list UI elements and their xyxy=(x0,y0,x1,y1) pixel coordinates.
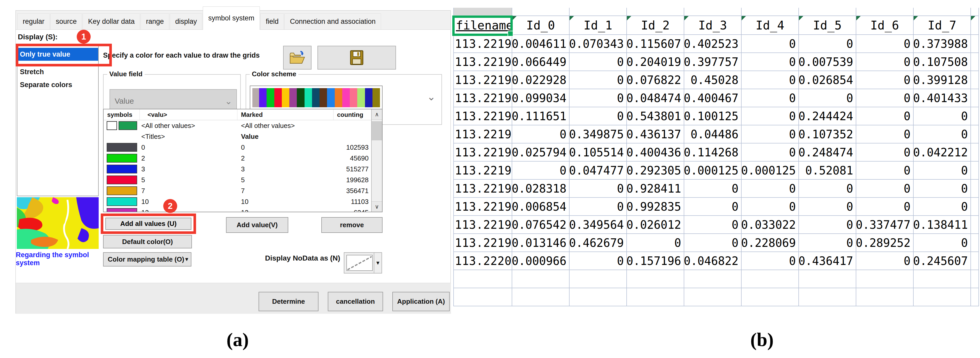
empty-cell[interactable] xyxy=(799,288,856,306)
cell-r2-Id_5[interactable]: 0.007539 xyxy=(799,53,856,71)
cell-r12-Id_0[interactable]: 0.013146 xyxy=(512,234,570,252)
cell-r12-filename[interactable]: 113.22197 xyxy=(453,234,512,252)
column-header-Id_7[interactable]: Id_7 xyxy=(914,16,971,35)
swatch-no-color[interactable] xyxy=(107,121,117,130)
cell-r12-Id_7[interactable]: 0 xyxy=(914,234,971,252)
symbol-row-0[interactable]: 00102593 xyxy=(103,142,372,153)
empty-cell[interactable] xyxy=(570,270,627,288)
cell-r4-Id_1[interactable]: 0 xyxy=(570,89,627,107)
cell-r10-Id_3[interactable]: 0 xyxy=(684,198,741,216)
determine-button[interactable]: Determine xyxy=(259,292,318,311)
cell-r5-Id_1[interactable]: 0 xyxy=(570,107,627,125)
cell-r3-Id_4[interactable]: 0 xyxy=(741,71,799,89)
cell-r2-Id_6[interactable]: 0 xyxy=(856,53,914,71)
cell-r12-Id_1[interactable]: 0.462679 xyxy=(570,234,627,252)
empty-cell[interactable] xyxy=(914,288,971,306)
column-header-Id_3[interactable]: Id_3 xyxy=(684,16,741,35)
cell-r11-Id_1[interactable]: 0.349564 xyxy=(570,216,627,234)
cell-r3-Id_2[interactable]: 0.076822 xyxy=(627,71,684,89)
cell-r3-Id_3[interactable]: 0.45028 xyxy=(684,71,741,89)
empty-cell[interactable] xyxy=(971,288,979,306)
cell-r7-Id_7[interactable]: 0.042212 xyxy=(914,144,971,161)
swatch-value-0[interactable] xyxy=(107,143,137,152)
cell-r12-extra[interactable] xyxy=(971,234,979,252)
cell-r13-Id_2[interactable]: 0.157196 xyxy=(627,252,684,270)
scroll-up-icon[interactable]: ∧ xyxy=(372,109,382,120)
cell-r10-Id_7[interactable]: 0 xyxy=(914,198,971,216)
cell-r9-extra[interactable] xyxy=(971,180,979,198)
cell-r7-Id_4[interactable]: 0 xyxy=(741,144,799,161)
cell-r9-Id_6[interactable]: 0 xyxy=(856,180,914,198)
tab-range[interactable]: range xyxy=(140,13,169,29)
empty-cell[interactable] xyxy=(512,288,570,306)
cell-r13-extra[interactable] xyxy=(971,252,979,270)
cell-r3-extra[interactable] xyxy=(971,71,979,89)
cell-r9-Id_5[interactable]: 0 xyxy=(799,180,856,198)
tab-display[interactable]: display xyxy=(170,13,202,29)
partial-row-cell[interactable] xyxy=(799,8,856,16)
cell-r5-extra[interactable] xyxy=(971,107,979,125)
partial-row-cell[interactable] xyxy=(627,8,684,16)
cell-r4-extra[interactable] xyxy=(971,89,979,107)
empty-cell[interactable] xyxy=(684,270,741,288)
cell-r3-Id_0[interactable]: 0.022928 xyxy=(512,71,570,89)
partial-row-cell[interactable] xyxy=(856,8,914,16)
cell-r4-Id_7[interactable]: 0.401433 xyxy=(914,89,971,107)
cell-r9-Id_1[interactable]: 0 xyxy=(570,180,627,198)
empty-cell[interactable] xyxy=(627,288,684,306)
cell-r5-Id_2[interactable]: 0.543801 xyxy=(627,107,684,125)
add-all-values-button[interactable]: Add all values (U) xyxy=(105,217,191,230)
cell-r1-Id_4[interactable]: 0 xyxy=(741,35,799,53)
empty-cell[interactable] xyxy=(971,270,979,288)
cell-r6-filename[interactable]: 113.22197 xyxy=(453,125,512,144)
column-header-Id_5[interactable]: Id_5 xyxy=(799,16,856,35)
cell-r12-Id_3[interactable]: 0 xyxy=(684,234,741,252)
cell-r5-Id_5[interactable]: 0.244424 xyxy=(799,107,856,125)
cell-r4-Id_3[interactable]: 0.400467 xyxy=(684,89,741,107)
cell-r1-Id_2[interactable]: 0.115607 xyxy=(627,35,684,53)
cell-r11-Id_5[interactable]: 0 xyxy=(799,216,856,234)
cell-r4-Id_4[interactable]: 0 xyxy=(741,89,799,107)
partial-row-cell[interactable] xyxy=(914,8,971,16)
cell-r4-Id_2[interactable]: 0.048474 xyxy=(627,89,684,107)
symbol-row-12[interactable]: 12126345 xyxy=(103,207,372,212)
symbol-row-10[interactable]: 101011103 xyxy=(103,196,372,207)
swatch-value-12[interactable] xyxy=(107,208,137,212)
save-symbology-button[interactable] xyxy=(317,46,396,70)
cell-r2-Id_0[interactable]: 0.066449 xyxy=(512,53,570,71)
symbol-row-3[interactable]: 33515277 xyxy=(103,164,372,174)
empty-cell[interactable] xyxy=(856,288,914,306)
cell-r8-Id_3[interactable]: 0.000125 xyxy=(684,161,741,180)
cell-r7-Id_2[interactable]: 0.400436 xyxy=(627,144,684,161)
cell-r7-Id_6[interactable]: 0 xyxy=(856,144,914,161)
column-header-filename[interactable]: filename xyxy=(453,16,512,35)
cell-r1-filename[interactable]: 113.22191 xyxy=(453,35,512,53)
symbol-row-Titles[interactable]: <Titles>Value xyxy=(103,131,372,142)
tab-regular[interactable]: regular xyxy=(17,13,50,29)
empty-cell[interactable] xyxy=(914,270,971,288)
cell-r12-Id_4[interactable]: 0.228069 xyxy=(741,234,799,252)
cell-r8-Id_6[interactable]: 0 xyxy=(856,161,914,180)
cell-r10-Id_1[interactable]: 0 xyxy=(570,198,627,216)
cell-r10-Id_0[interactable]: 0.006854 xyxy=(512,198,570,216)
swatch-value-3[interactable] xyxy=(107,165,137,173)
about-symbol-system-link[interactable]: Regarding the symbol system xyxy=(16,251,103,267)
cell-r13-Id_0[interactable]: 0.000966 xyxy=(512,252,570,270)
cell-r7-filename[interactable]: 113.22197 xyxy=(453,144,512,161)
color-ramp-dropdown[interactable] xyxy=(250,86,383,110)
cell-r11-Id_7[interactable]: 0.138411 xyxy=(914,216,971,234)
cell-r2-Id_1[interactable]: 0 xyxy=(570,53,627,71)
cell-r4-filename[interactable]: 113.22191 xyxy=(453,89,512,107)
symbol-row-2[interactable]: 2245690 xyxy=(103,153,372,164)
cell-r6-Id_3[interactable]: 0.04486 xyxy=(684,125,741,144)
empty-cell[interactable] xyxy=(453,288,512,306)
cell-r12-Id_5[interactable]: 0 xyxy=(799,234,856,252)
column-header-Id_2[interactable]: Id_2 xyxy=(627,16,684,35)
partial-row-cell[interactable] xyxy=(512,8,570,16)
empty-cell[interactable] xyxy=(570,288,627,306)
scroll-down-icon[interactable]: ∨ xyxy=(372,201,382,212)
cell-r10-Id_4[interactable]: 0 xyxy=(741,198,799,216)
cell-r13-Id_1[interactable]: 0 xyxy=(570,252,627,270)
cell-r6-Id_5[interactable]: 0.107352 xyxy=(799,125,856,144)
scrollbar[interactable]: ∧ ∨ xyxy=(371,109,382,212)
